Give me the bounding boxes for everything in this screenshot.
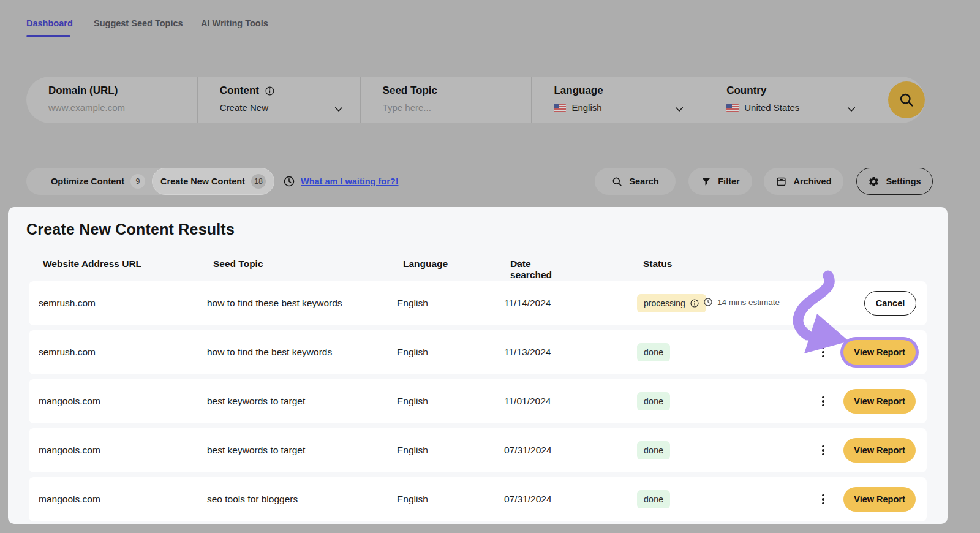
cancel-button[interactable]: Cancel — [864, 291, 916, 316]
tab-dashboard-label: Dashboard — [26, 18, 73, 28]
waiting-link[interactable]: What am I waiting for?! — [301, 176, 399, 186]
time-estimate: 14 mins estimate — [703, 297, 780, 307]
chevron-down-icon[interactable] — [333, 104, 344, 115]
table-row: mangools.com best keywords to target Eng… — [29, 428, 927, 472]
domain-label: Domain (URL) — [48, 85, 197, 97]
create-count-badge: 18 — [251, 174, 266, 189]
nav-divider — [26, 36, 954, 36]
filter-button-label: Filter — [718, 176, 739, 186]
clock-icon — [283, 175, 295, 187]
view-report-button[interactable]: View Report — [843, 438, 916, 463]
seed-topic-field[interactable]: Seed Topic — [360, 77, 532, 123]
usa-flag-icon — [554, 104, 566, 112]
row-seed-topic: seo tools for bloggers — [207, 494, 298, 505]
search-icon — [898, 91, 915, 108]
row-date: 07/31/2024 — [504, 494, 552, 505]
settings-button[interactable]: Settings — [856, 168, 933, 195]
table-row: semrush.com how to find these best keywo… — [29, 281, 927, 325]
gear-icon — [868, 176, 880, 187]
status-badge-done: done — [637, 343, 670, 361]
status-badge-done: done — [637, 392, 670, 410]
row-url: mangools.com — [39, 494, 100, 505]
kebab-menu-icon[interactable] — [818, 443, 829, 458]
row-date: 11/13/2024 — [504, 347, 551, 358]
content-field[interactable]: Content Create New — [197, 77, 360, 123]
tab-create-new-content[interactable]: Create New Content 18 — [152, 168, 274, 195]
column-header-status: Status — [643, 259, 672, 270]
page-title: Create New Content Results — [26, 221, 235, 238]
archived-button-label: Archived — [793, 176, 831, 186]
app-window: Dashboard Suggest Seed Topics AI Writing… — [0, 0, 980, 533]
domain-field[interactable]: Domain (URL) — [26, 77, 197, 123]
row-language: English — [397, 298, 428, 309]
info-icon — [265, 86, 275, 96]
estimate-text: 14 mins estimate — [717, 298, 780, 307]
row-date: 11/01/2024 — [504, 396, 551, 407]
kebab-menu-icon[interactable] — [818, 345, 829, 360]
results-panel: Create New Content Results Website Addre… — [8, 207, 948, 524]
seed-topic-label: Seed Topic — [383, 85, 532, 97]
row-seed-topic: best keywords to target — [207, 445, 305, 456]
view-report-button[interactable]: View Report — [843, 340, 916, 365]
column-header-url: Website Address URL — [43, 259, 141, 270]
usa-flag-icon — [726, 104, 739, 112]
clock-icon — [703, 297, 713, 307]
row-language: English — [397, 494, 428, 505]
tab-suggest-seed-topics[interactable]: Suggest Seed Topics — [94, 18, 183, 28]
row-language: English — [397, 445, 428, 456]
status-text: processing — [644, 298, 685, 308]
search-submit-button[interactable] — [888, 81, 925, 118]
language-label: Language — [554, 85, 704, 97]
table-header: Website Address URL Seed Topic Language … — [29, 259, 927, 273]
language-value: English — [571, 102, 601, 113]
table-row: mangools.com best keywords to target Eng… — [29, 379, 927, 423]
row-language: English — [397, 347, 428, 358]
domain-input[interactable] — [48, 102, 153, 113]
table-row: semrush.com how to find the best keyword… — [29, 330, 927, 374]
info-icon[interactable] — [690, 298, 699, 308]
tab-optimize-content[interactable]: Optimize Content 9 — [26, 168, 156, 195]
chevron-down-icon[interactable] — [674, 104, 685, 115]
tab-dashboard[interactable]: Dashboard — [26, 18, 73, 28]
search-form-bar: Domain (URL) Content Create New Seed Top… — [26, 77, 925, 123]
row-date: 07/31/2024 — [504, 445, 552, 456]
status-badge-done: done — [637, 441, 670, 459]
column-header-language: Language — [403, 259, 448, 270]
archived-button[interactable]: Archived — [764, 168, 843, 195]
kebab-menu-icon[interactable] — [818, 492, 829, 507]
view-report-button[interactable]: View Report — [843, 487, 916, 512]
tab-suggest-label: Suggest Seed Topics — [94, 18, 183, 28]
content-label: Content — [220, 85, 259, 97]
top-nav: Dashboard Suggest Seed Topics AI Writing… — [26, 17, 954, 37]
row-date: 11/14/2024 — [504, 298, 551, 309]
create-new-content-label: Create New Content — [160, 176, 245, 186]
row-url: mangools.com — [39, 396, 100, 407]
row-url: semrush.com — [39, 298, 96, 309]
row-url: semrush.com — [39, 347, 96, 358]
seed-topic-input[interactable] — [383, 102, 487, 113]
language-field[interactable]: Language English — [531, 77, 704, 123]
row-language: English — [397, 396, 428, 407]
tab-ai-label: AI Writing Tools — [201, 18, 268, 28]
optimize-count-badge: 9 — [130, 174, 145, 189]
row-seed-topic: best keywords to target — [207, 396, 305, 407]
search-button[interactable]: Search — [595, 168, 676, 195]
filter-button[interactable]: Filter — [688, 168, 752, 195]
country-value: United States — [744, 102, 799, 113]
chevron-down-icon[interactable] — [846, 104, 857, 115]
sort-chevron-icon[interactable] — [513, 259, 522, 267]
country-label: Country — [726, 85, 883, 97]
view-report-button[interactable]: View Report — [843, 389, 916, 414]
country-field[interactable]: Country United States — [704, 77, 883, 123]
column-header-seed-topic: Seed Topic — [213, 259, 263, 270]
search-button-label: Search — [629, 176, 658, 186]
settings-button-label: Settings — [886, 176, 921, 186]
status-badge-done: done — [637, 490, 670, 508]
optimize-content-label: Optimize Content — [51, 176, 124, 186]
status-badge-processing: processing — [637, 294, 706, 312]
row-url: mangools.com — [39, 445, 100, 456]
archive-icon — [775, 176, 787, 187]
kebab-menu-icon[interactable] — [818, 394, 829, 409]
tab-ai-writing-tools[interactable]: AI Writing Tools — [201, 18, 268, 28]
content-mode-tabs: Optimize Content 9 Create New Content 18 — [26, 168, 274, 195]
